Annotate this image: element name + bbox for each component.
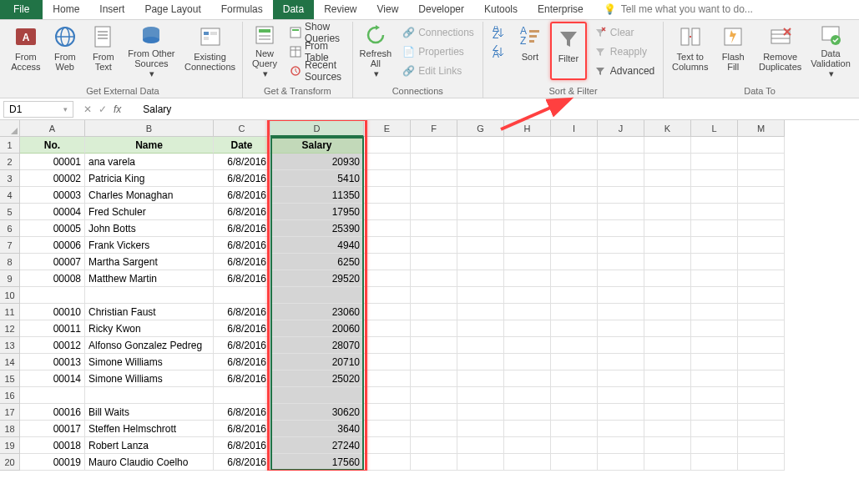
cell-J7[interactable] bbox=[598, 237, 644, 254]
cell-B7[interactable]: Frank Vickers bbox=[85, 237, 214, 254]
cell-G3[interactable] bbox=[457, 170, 504, 187]
cell-E4[interactable] bbox=[364, 187, 411, 204]
cell-D8[interactable]: 6250 bbox=[270, 254, 364, 270]
cell-J13[interactable] bbox=[598, 337, 644, 354]
cell-D3[interactable]: 5410 bbox=[270, 170, 364, 187]
cell-M11[interactable] bbox=[738, 304, 785, 320]
cell-A20[interactable]: 00019 bbox=[20, 454, 85, 471]
cell-M3[interactable] bbox=[738, 170, 785, 187]
column-header-H[interactable]: H bbox=[504, 120, 551, 137]
cell-H2[interactable] bbox=[504, 154, 551, 170]
cell-G16[interactable] bbox=[457, 387, 504, 404]
cell-B18[interactable]: Steffen Helmschrott bbox=[85, 421, 214, 437]
tab-insert[interactable]: Insert bbox=[89, 0, 134, 19]
cell-M18[interactable] bbox=[738, 421, 785, 437]
cell-B2[interactable]: ana varela bbox=[85, 154, 214, 170]
clear-button[interactable]: Clear bbox=[590, 23, 658, 42]
cell-A5[interactable]: 00004 bbox=[20, 204, 85, 220]
cell-E2[interactable] bbox=[364, 154, 411, 170]
cell-B16[interactable] bbox=[85, 387, 214, 404]
tab-file[interactable]: File bbox=[0, 0, 43, 19]
cell-F13[interactable] bbox=[411, 337, 457, 354]
cell-F8[interactable] bbox=[411, 254, 457, 270]
cell-D2[interactable]: 20930 bbox=[270, 154, 364, 170]
cell-L16[interactable] bbox=[691, 387, 738, 404]
cell-B10[interactable] bbox=[85, 287, 214, 304]
cell-A17[interactable]: 00016 bbox=[20, 404, 85, 421]
from-text-button[interactable]: From Text bbox=[85, 22, 122, 80]
cell-L11[interactable] bbox=[691, 304, 738, 320]
cell-B14[interactable]: Simone Williams bbox=[85, 354, 214, 370]
cell-J2[interactable] bbox=[598, 154, 644, 170]
cell-D5[interactable]: 17950 bbox=[270, 204, 364, 220]
cell-G10[interactable] bbox=[457, 287, 504, 304]
cell-M6[interactable] bbox=[738, 220, 785, 237]
cell-D4[interactable]: 11350 bbox=[270, 187, 364, 204]
row-header-20[interactable]: 20 bbox=[0, 454, 20, 471]
cell-A1[interactable]: No. bbox=[20, 137, 85, 154]
cell-G18[interactable] bbox=[457, 421, 504, 437]
cell-L19[interactable] bbox=[691, 437, 738, 454]
cell-I2[interactable] bbox=[551, 154, 598, 170]
column-header-A[interactable]: A bbox=[20, 120, 85, 137]
cell-A3[interactable]: 00002 bbox=[20, 170, 85, 187]
cell-K19[interactable] bbox=[644, 437, 691, 454]
row-header-10[interactable]: 10 bbox=[0, 287, 20, 304]
cell-M1[interactable] bbox=[738, 137, 785, 154]
new-query-button[interactable]: New Query▾ bbox=[246, 22, 283, 80]
cell-E10[interactable] bbox=[364, 287, 411, 304]
column-header-F[interactable]: F bbox=[411, 120, 457, 137]
cell-M12[interactable] bbox=[738, 320, 785, 337]
refresh-all-button[interactable]: Refresh All▾ bbox=[356, 22, 396, 80]
column-header-B[interactable]: B bbox=[85, 120, 214, 137]
cell-K2[interactable] bbox=[644, 154, 691, 170]
cell-F10[interactable] bbox=[411, 287, 457, 304]
cell-D1[interactable]: Salary bbox=[270, 137, 364, 154]
cell-F7[interactable] bbox=[411, 237, 457, 254]
cell-F6[interactable] bbox=[411, 220, 457, 237]
cell-L18[interactable] bbox=[691, 421, 738, 437]
cell-M16[interactable] bbox=[738, 387, 785, 404]
cell-J9[interactable] bbox=[598, 270, 644, 287]
row-header-4[interactable]: 4 bbox=[0, 187, 20, 204]
cell-H16[interactable] bbox=[504, 387, 551, 404]
row-header-3[interactable]: 3 bbox=[0, 170, 20, 187]
grid[interactable]: No.NameDateSalary00001ana varela6/8/2016… bbox=[20, 137, 859, 471]
cell-B1[interactable]: Name bbox=[85, 137, 214, 154]
cell-L20[interactable] bbox=[691, 454, 738, 471]
cell-C13[interactable]: 6/8/2016 bbox=[214, 337, 270, 354]
tab-kutools[interactable]: Kutools bbox=[474, 0, 528, 19]
cell-D13[interactable]: 28070 bbox=[270, 337, 364, 354]
cell-K10[interactable] bbox=[644, 287, 691, 304]
row-header-5[interactable]: 5 bbox=[0, 204, 20, 220]
fx-icon[interactable]: fx bbox=[114, 103, 121, 115]
cell-C12[interactable]: 6/8/2016 bbox=[214, 320, 270, 337]
cell-K4[interactable] bbox=[644, 187, 691, 204]
reapply-button[interactable]: Reapply bbox=[590, 43, 658, 61]
cell-B8[interactable]: Martha Sargent bbox=[85, 254, 214, 270]
cell-M9[interactable] bbox=[738, 270, 785, 287]
cell-H4[interactable] bbox=[504, 187, 551, 204]
edit-links-button[interactable]: 🔗Edit Links bbox=[398, 62, 478, 80]
cell-D11[interactable]: 23060 bbox=[270, 304, 364, 320]
cell-H11[interactable] bbox=[504, 304, 551, 320]
cell-F11[interactable] bbox=[411, 304, 457, 320]
cell-K11[interactable] bbox=[644, 304, 691, 320]
cell-L12[interactable] bbox=[691, 320, 738, 337]
cell-I16[interactable] bbox=[551, 387, 598, 404]
cell-K18[interactable] bbox=[644, 421, 691, 437]
column-header-K[interactable]: K bbox=[644, 120, 691, 137]
cell-E15[interactable] bbox=[364, 370, 411, 387]
cell-C10[interactable] bbox=[214, 287, 270, 304]
data-validation-button[interactable]: Data Validation▾ bbox=[809, 22, 852, 80]
cell-C1[interactable]: Date bbox=[214, 137, 270, 154]
cell-D20[interactable]: 17560 bbox=[270, 454, 364, 471]
recent-sources-button[interactable]: Recent Sources bbox=[286, 62, 347, 80]
enter-icon[interactable]: ✓ bbox=[99, 103, 107, 115]
cell-B12[interactable]: Ricky Kwon bbox=[85, 320, 214, 337]
cell-L14[interactable] bbox=[691, 354, 738, 370]
cell-J19[interactable] bbox=[598, 437, 644, 454]
cell-I18[interactable] bbox=[551, 421, 598, 437]
column-header-G[interactable]: G bbox=[457, 120, 504, 137]
cell-F16[interactable] bbox=[411, 387, 457, 404]
